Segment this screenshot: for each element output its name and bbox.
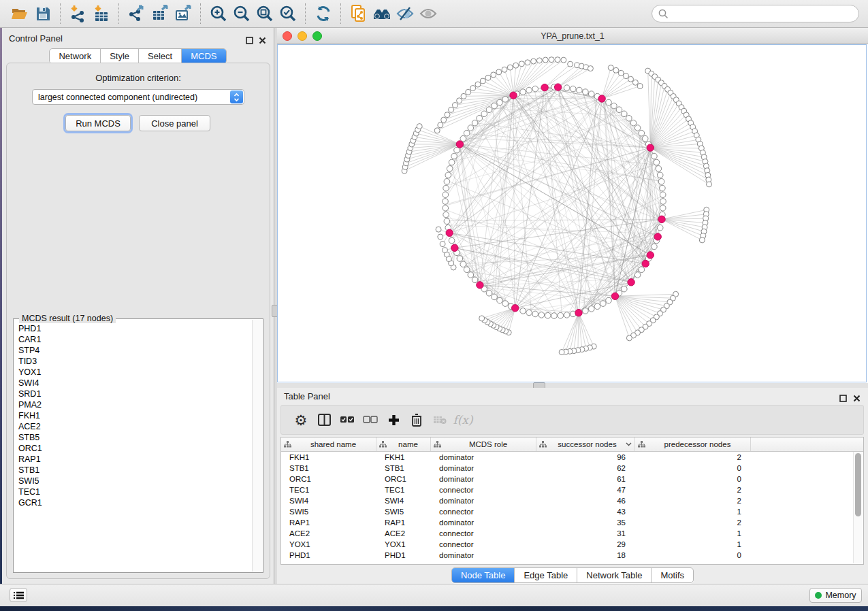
graph-hub-node[interactable] bbox=[628, 279, 634, 286]
graph-leaf-node[interactable] bbox=[555, 57, 560, 63]
table-cell[interactable]: connector bbox=[431, 486, 536, 494]
graph-hub-node[interactable] bbox=[647, 252, 654, 259]
graph-node[interactable] bbox=[611, 103, 617, 109]
table-cell[interactable]: 61 bbox=[536, 475, 635, 483]
result-list-item[interactable]: PMA2 bbox=[14, 399, 253, 410]
horizontal-split-divider[interactable] bbox=[277, 383, 868, 388]
graph-node[interactable] bbox=[588, 306, 594, 312]
graph-hub-node[interactable] bbox=[647, 144, 654, 151]
graph-leaf-node[interactable] bbox=[470, 86, 476, 91]
save-session-icon[interactable] bbox=[31, 3, 54, 24]
graph-leaf-node[interactable] bbox=[513, 63, 519, 68]
graph-node[interactable] bbox=[622, 286, 628, 292]
result-list-item[interactable]: YOX1 bbox=[14, 367, 253, 378]
table-cell[interactable]: dominator bbox=[431, 551, 536, 559]
graph-node[interactable] bbox=[526, 310, 532, 316]
graph-node[interactable] bbox=[656, 166, 662, 172]
graph-node[interactable] bbox=[660, 199, 666, 205]
graph-node[interactable] bbox=[634, 272, 641, 278]
graph-leaf-node[interactable] bbox=[417, 124, 422, 129]
graph-node[interactable] bbox=[443, 212, 449, 218]
graph-node[interactable] bbox=[616, 107, 622, 113]
graph-node[interactable] bbox=[639, 267, 645, 273]
graph-node[interactable] bbox=[492, 103, 498, 109]
graph-node[interactable] bbox=[652, 244, 658, 250]
graph-leaf-node[interactable] bbox=[699, 237, 705, 243]
table-cell[interactable]: dominator bbox=[431, 475, 536, 483]
graph-leaf-node[interactable] bbox=[536, 58, 542, 63]
graph-node[interactable] bbox=[443, 185, 449, 191]
graph-node[interactable] bbox=[583, 308, 589, 314]
graph-node[interactable] bbox=[520, 308, 526, 314]
table-cell[interactable]: dominator bbox=[431, 497, 536, 505]
graph-node[interactable] bbox=[634, 125, 641, 131]
zoom-selected-icon[interactable] bbox=[276, 3, 300, 24]
run-mcds-button[interactable]: Run MCDS bbox=[65, 115, 131, 131]
graph-leaf-node[interactable] bbox=[707, 182, 712, 187]
hide-graphics-details-icon[interactable] bbox=[393, 3, 417, 24]
table-cell[interactable]: connector bbox=[431, 540, 536, 548]
tab-network[interactable]: Network bbox=[50, 49, 101, 63]
mcds-result-list[interactable]: PHD1CAR1STP4TID3YOX1SWI4SRD1PMA2FKH1ACE2… bbox=[14, 323, 253, 572]
graph-hub-node[interactable] bbox=[446, 229, 453, 236]
table-cell[interactable]: 31 bbox=[536, 529, 635, 538]
network-canvas[interactable] bbox=[277, 44, 867, 382]
graph-hub-node[interactable] bbox=[451, 244, 458, 251]
tab-style[interactable]: Style bbox=[101, 49, 139, 63]
graph-leaf-node[interactable] bbox=[485, 75, 491, 80]
table-cell[interactable]: FKH1 bbox=[281, 453, 376, 461]
table-cell[interactable]: 1 bbox=[635, 508, 751, 516]
table-scrollbar-thumb[interactable] bbox=[855, 453, 861, 516]
graph-leaf-node[interactable] bbox=[438, 234, 443, 240]
graph-leaf-node[interactable] bbox=[443, 248, 448, 253]
column-header-predecessor-nodes[interactable]: predecessor nodes bbox=[635, 437, 751, 451]
graph-leaf-node[interactable] bbox=[491, 72, 496, 78]
graph-node[interactable] bbox=[600, 301, 607, 307]
graph-node[interactable] bbox=[626, 116, 632, 122]
result-list-item[interactable]: TEC1 bbox=[14, 486, 253, 497]
graph-node[interactable] bbox=[639, 130, 645, 136]
graph-leaf-node[interactable] bbox=[549, 57, 554, 63]
graph-node[interactable] bbox=[539, 312, 545, 318]
graph-leaf-node[interactable] bbox=[519, 61, 524, 67]
graph-leaf-node[interactable] bbox=[438, 122, 443, 128]
table-cell[interactable]: 62 bbox=[536, 464, 635, 472]
table-row[interactable]: SWI5SWI5connector431 bbox=[281, 506, 863, 517]
table-cell[interactable]: 0 bbox=[635, 475, 751, 483]
column-header-MCDS-role[interactable]: MCDS role bbox=[431, 437, 536, 451]
table-row[interactable]: ORC1ORC1dominator610 bbox=[281, 474, 863, 484]
table-cell[interactable]: PHD1 bbox=[281, 551, 376, 559]
graph-leaf-node[interactable] bbox=[559, 350, 564, 355]
table-cell[interactable]: connector bbox=[431, 508, 536, 516]
graph-leaf-node[interactable] bbox=[449, 107, 454, 112]
tab-mcds[interactable]: MCDS bbox=[182, 49, 225, 63]
graph-node[interactable] bbox=[660, 192, 666, 198]
graph-hub-node[interactable] bbox=[575, 310, 582, 316]
graph-hub-node[interactable] bbox=[658, 216, 665, 222]
result-scrollbar[interactable] bbox=[252, 320, 262, 572]
graph-node[interactable] bbox=[660, 205, 666, 212]
graph-node[interactable] bbox=[622, 111, 628, 117]
graph-node[interactable] bbox=[551, 313, 558, 319]
column-header-shared-name[interactable]: shared name bbox=[281, 437, 376, 451]
graph-node[interactable] bbox=[460, 261, 466, 267]
table-cell[interactable]: STB1 bbox=[281, 464, 376, 472]
table-cell[interactable]: 2 bbox=[635, 518, 751, 527]
graph-node[interactable] bbox=[594, 303, 600, 310]
graph-node[interactable] bbox=[444, 218, 450, 225]
table-cell[interactable]: SWI5 bbox=[376, 508, 431, 516]
graph-leaf-node[interactable] bbox=[457, 98, 462, 103]
result-list-item[interactable]: STB1 bbox=[14, 465, 253, 476]
table-cell[interactable]: dominator bbox=[431, 518, 536, 527]
table-cell[interactable]: STB1 bbox=[376, 464, 431, 472]
graph-leaf-node[interactable] bbox=[624, 73, 629, 79]
graph-node[interactable] bbox=[660, 185, 666, 191]
table-cell[interactable]: PHD1 bbox=[376, 551, 431, 559]
column-header-name[interactable]: name bbox=[376, 437, 431, 451]
graph-leaf-node[interactable] bbox=[452, 103, 457, 108]
graph-node[interactable] bbox=[570, 86, 577, 92]
table-cell[interactable]: ACE2 bbox=[376, 529, 431, 538]
graph-leaf-node[interactable] bbox=[568, 61, 573, 67]
graph-leaf-node[interactable] bbox=[608, 65, 613, 71]
tab-select[interactable]: Select bbox=[139, 49, 182, 63]
